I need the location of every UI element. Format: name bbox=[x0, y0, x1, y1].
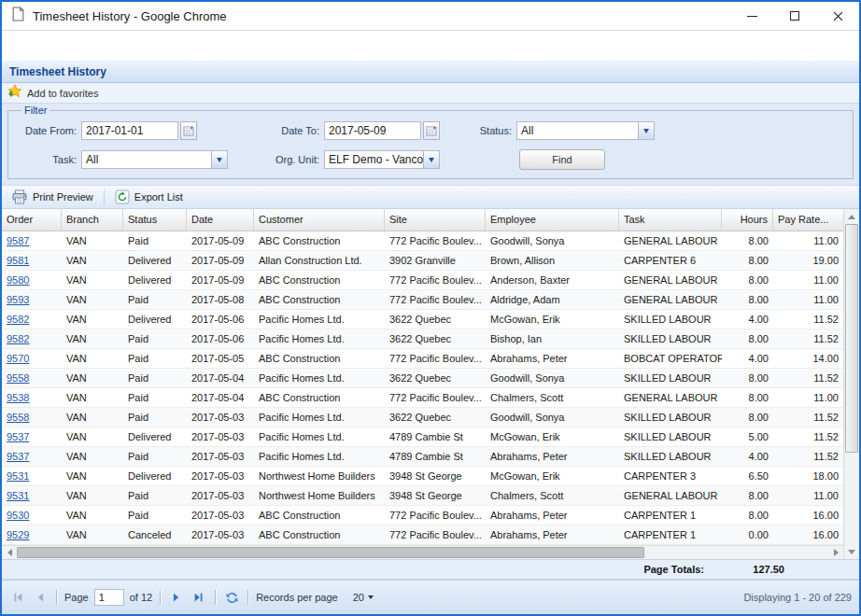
page-number-input[interactable] bbox=[94, 589, 124, 606]
order-link[interactable]: 9570 bbox=[7, 353, 29, 364]
calendar-icon bbox=[183, 125, 194, 136]
close-button[interactable] bbox=[816, 2, 859, 30]
customer-cell: Allan Construction Ltd. bbox=[254, 251, 385, 270]
order-cell: 9581 bbox=[2, 251, 62, 270]
date-from-input[interactable] bbox=[81, 121, 178, 140]
scroll-left-button[interactable] bbox=[2, 546, 17, 559]
table-row[interactable]: 9538 VAN Paid 2017-05-04 ABC Constructio… bbox=[2, 388, 843, 408]
org-unit-select[interactable]: ELF Demo - Vanco bbox=[324, 150, 440, 169]
first-page-button[interactable] bbox=[9, 589, 26, 606]
status-dropdown-trigger[interactable] bbox=[638, 122, 654, 139]
page-title: Timesheet History bbox=[9, 65, 106, 78]
last-page-button[interactable] bbox=[191, 589, 207, 606]
order-link[interactable]: 9530 bbox=[7, 510, 29, 521]
records-per-page-label: Records per page bbox=[256, 592, 337, 603]
table-row[interactable]: 9558 VAN Paid 2017-05-03 Pacific Homes L… bbox=[2, 408, 843, 427]
date-from-calendar-button[interactable] bbox=[180, 121, 197, 140]
hours-cell: 5.00 bbox=[722, 427, 773, 446]
prev-page-icon bbox=[34, 591, 47, 604]
column-header-status[interactable]: Status bbox=[123, 209, 187, 231]
table-row[interactable]: 9582 VAN Delivered 2017-05-06 Pacific Ho… bbox=[2, 310, 843, 329]
task-dropdown-trigger[interactable] bbox=[211, 151, 227, 168]
date-from-field bbox=[81, 121, 197, 140]
refresh-button[interactable] bbox=[223, 589, 240, 606]
task-cell: CARPENTER 3 bbox=[619, 467, 722, 485]
column-header-pay-rate[interactable]: Pay Rate... bbox=[773, 209, 843, 231]
column-header-branch[interactable]: Branch bbox=[62, 209, 123, 231]
table-row[interactable]: 9558 VAN Paid 2017-05-04 Pacific Homes L… bbox=[2, 369, 843, 388]
order-link[interactable]: 9593 bbox=[7, 294, 29, 305]
minimize-button[interactable] bbox=[730, 2, 773, 30]
order-cell: 9580 bbox=[2, 271, 62, 289]
order-link[interactable]: 9537 bbox=[7, 451, 29, 462]
table-row[interactable]: 9537 VAN Paid 2017-05-03 Pacific Homes L… bbox=[2, 447, 843, 467]
order-link[interactable]: 9580 bbox=[7, 274, 29, 286]
table-row[interactable]: 9580 VAN Delivered 2017-05-09 ABC Constr… bbox=[2, 271, 843, 290]
column-header-order[interactable]: Order bbox=[2, 209, 62, 231]
horizontal-scrollbar[interactable] bbox=[2, 545, 843, 559]
hours-cell: 6.50 bbox=[722, 467, 773, 485]
order-link[interactable]: 9538 bbox=[7, 392, 29, 403]
previous-page-button[interactable] bbox=[32, 589, 49, 606]
scroll-track[interactable] bbox=[844, 453, 859, 544]
date-to-input[interactable] bbox=[324, 121, 421, 140]
vertical-scroll-thumb[interactable] bbox=[845, 224, 858, 453]
order-cell: 9582 bbox=[2, 329, 62, 348]
table-row[interactable]: 9582 VAN Paid 2017-05-06 Pacific Homes L… bbox=[2, 329, 843, 349]
column-header-task[interactable]: Task bbox=[619, 209, 722, 231]
scroll-down-button[interactable] bbox=[844, 544, 859, 559]
status-cell: Delivered bbox=[123, 310, 187, 329]
records-per-page-select[interactable]: 20 bbox=[353, 592, 374, 603]
pay-rate-cell: 16.00 bbox=[773, 525, 843, 544]
order-link[interactable]: 9531 bbox=[7, 490, 29, 501]
order-link[interactable]: 9582 bbox=[7, 314, 29, 325]
scroll-right-button[interactable] bbox=[828, 546, 843, 559]
table-row[interactable]: 9537 VAN Delivered 2017-05-03 Pacific Ho… bbox=[2, 427, 843, 447]
status-select[interactable]: All bbox=[516, 121, 655, 140]
date-to-calendar-button[interactable] bbox=[423, 121, 440, 140]
table-row[interactable]: 9529 VAN Canceled 2017-05-03 ABC Constru… bbox=[2, 525, 843, 545]
find-button[interactable]: Find bbox=[519, 149, 605, 170]
hours-cell: 8.00 bbox=[722, 408, 773, 427]
table-row[interactable]: 9581 VAN Delivered 2017-05-09 Allan Cons… bbox=[2, 251, 843, 271]
table-row[interactable]: 9587 VAN Paid 2017-05-09 ABC Constructio… bbox=[2, 231, 843, 251]
column-header-customer[interactable]: Customer bbox=[254, 209, 385, 231]
employee-cell: Anderson, Baxter bbox=[486, 271, 619, 289]
order-link[interactable]: 9587 bbox=[7, 235, 29, 246]
task-select[interactable]: All bbox=[81, 150, 228, 169]
maximize-button[interactable] bbox=[773, 2, 816, 30]
table-row[interactable]: 9593 VAN Paid 2017-05-08 ABC Constructio… bbox=[2, 290, 843, 310]
hours-cell: 8.00 bbox=[722, 486, 773, 505]
table-row[interactable]: 9531 VAN Delivered 2017-05-03 Northwest … bbox=[2, 467, 843, 486]
order-link[interactable]: 9558 bbox=[7, 372, 29, 384]
document-icon bbox=[12, 7, 24, 25]
order-link[interactable]: 9537 bbox=[7, 431, 29, 442]
order-link[interactable]: 9582 bbox=[7, 333, 29, 344]
toolbar-separator bbox=[104, 189, 105, 205]
table-row[interactable]: 9530 VAN Paid 2017-05-03 ABC Constructio… bbox=[2, 506, 843, 525]
scroll-up-button[interactable] bbox=[844, 209, 859, 224]
order-link[interactable]: 9529 bbox=[7, 529, 29, 540]
next-page-button[interactable] bbox=[168, 589, 185, 606]
vertical-scrollbar[interactable] bbox=[843, 209, 859, 559]
column-header-site[interactable]: Site bbox=[385, 209, 486, 231]
print-preview-button[interactable]: Print Preview bbox=[7, 189, 97, 204]
export-list-button[interactable]: Export List bbox=[111, 189, 187, 204]
hours-cell: 8.00 bbox=[722, 290, 773, 309]
column-header-hours[interactable]: Hours bbox=[722, 209, 773, 231]
table-row[interactable]: 9531 VAN Paid 2017-05-03 Northwest Home … bbox=[2, 486, 843, 506]
table-row[interactable]: 9570 VAN Paid 2017-05-05 ABC Constructio… bbox=[2, 349, 843, 369]
horizontal-scroll-thumb[interactable] bbox=[17, 547, 644, 558]
org-unit-dropdown-trigger[interactable] bbox=[423, 151, 439, 168]
column-header-date[interactable]: Date bbox=[187, 209, 254, 231]
favorites-bar[interactable]: Add to favorites bbox=[2, 83, 859, 104]
last-page-icon bbox=[192, 591, 205, 604]
date-to-label: Date To: bbox=[197, 125, 324, 136]
order-link[interactable]: 9531 bbox=[7, 470, 29, 482]
column-header-employee[interactable]: Employee bbox=[486, 209, 619, 231]
order-link[interactable]: 9581 bbox=[7, 255, 29, 266]
order-cell: 9537 bbox=[2, 447, 62, 466]
customer-cell: Northwest Home Builders bbox=[254, 467, 385, 485]
order-link[interactable]: 9558 bbox=[7, 412, 29, 423]
pay-rate-cell: 11.00 bbox=[773, 290, 843, 309]
